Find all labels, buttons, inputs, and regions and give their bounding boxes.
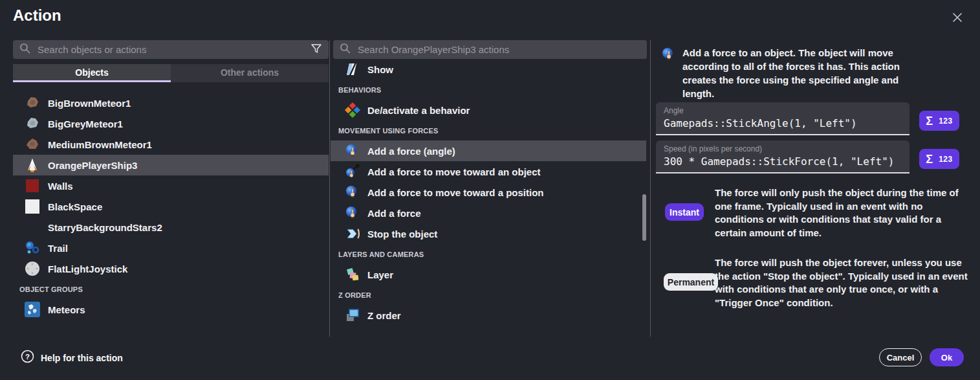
close-icon[interactable] xyxy=(948,8,966,27)
actions-panel: ShowBEHAVIORSDe/activate a behaviorMOVEM… xyxy=(333,40,649,326)
help-icon: ? xyxy=(21,350,34,366)
action-row[interactable]: Z order xyxy=(331,305,646,326)
action-row[interactable]: Show xyxy=(331,59,646,80)
object-row[interactable]: Meteors xyxy=(13,299,329,320)
tab-other-actions[interactable]: Other actions xyxy=(171,64,329,82)
row-label: Add a force to move toward an object xyxy=(367,166,541,177)
object-row[interactable]: Walls xyxy=(13,175,329,196)
white-square-icon xyxy=(25,199,40,214)
action-row[interactable]: Stop the object xyxy=(331,223,646,244)
row-label: Stop the object xyxy=(367,229,437,240)
row-label: MediumBrownMeteor1 xyxy=(48,139,152,150)
category-header: LAYERS AND CAMERAS xyxy=(331,244,646,264)
category-header: OBJECT GROUPS xyxy=(13,279,329,299)
angle-expression-button[interactable]: Σ 123 xyxy=(919,111,959,131)
meteor-grey-icon xyxy=(25,116,40,131)
action-row[interactable]: Add a force to move toward an object xyxy=(331,161,646,182)
category-header: BEHAVIORS xyxy=(331,80,646,100)
layer-icon xyxy=(345,267,360,282)
trail-icon xyxy=(25,240,40,256)
force-icon xyxy=(345,143,360,159)
ship-icon xyxy=(25,157,40,173)
speed-field-value[interactable]: 300 * Gamepads::StickForce(1, "Left") xyxy=(664,155,902,168)
tab-objects[interactable]: Objects xyxy=(13,64,171,82)
speed-field[interactable]: Speed (in pixels per second) 300 * Gamep… xyxy=(656,140,909,173)
help-link[interactable]: ? Help for this action xyxy=(21,350,123,366)
angle-field[interactable]: Angle Gamepads::StickAngle(1, "Left") xyxy=(656,102,909,135)
row-label: Add a force xyxy=(367,208,421,219)
action-row[interactable]: Add a force xyxy=(331,203,646,223)
row-label: De/activate a behavior xyxy=(367,105,470,116)
panel-divider xyxy=(329,40,330,337)
object-tabs: Objects Other actions xyxy=(13,64,329,82)
action-row[interactable]: Add a force to move toward a position xyxy=(331,182,646,203)
ok-button[interactable]: Ok xyxy=(930,348,964,366)
action-detail-panel: Add a force to an object. The object wil… xyxy=(655,40,967,337)
speed-field-label: Speed (in pixels per second) xyxy=(664,144,902,153)
force-icon xyxy=(661,47,677,62)
red-square-icon xyxy=(25,178,40,194)
help-label: Help for this action xyxy=(41,353,123,363)
angle-field-label: Angle xyxy=(664,106,902,115)
force-icon xyxy=(345,184,360,200)
row-label: BigGreyMeteor1 xyxy=(48,118,123,129)
permanent-option-text: The force will push the object forever, … xyxy=(715,256,971,309)
object-row[interactable]: BigGreyMeteor1 xyxy=(13,113,329,134)
row-label: StarryBackgroundStars2 xyxy=(48,222,162,233)
force-icon xyxy=(345,205,360,221)
row-label: Z order xyxy=(367,310,401,321)
show-icon xyxy=(345,61,360,77)
object-row[interactable]: BlackSpace xyxy=(13,196,329,217)
sigma-icon: Σ xyxy=(926,153,933,165)
group-meteors-icon xyxy=(25,302,40,317)
action-row[interactable]: Add a force (angle) xyxy=(331,140,646,161)
force-object-icon xyxy=(345,164,360,179)
permanent-option-button[interactable]: Permanent xyxy=(664,273,718,291)
row-label: Add a force to move toward a position xyxy=(367,187,544,198)
actions-search[interactable] xyxy=(333,40,647,59)
none-icon xyxy=(25,219,40,235)
object-row[interactable]: BigBrownMeteor1 xyxy=(13,93,329,113)
row-label: FlatLightJoystick xyxy=(48,263,127,274)
objects-list: BigBrownMeteor1BigGreyMeteor1MediumBrown… xyxy=(13,93,329,320)
object-row[interactable]: Trail xyxy=(13,238,329,258)
row-label: Meteors xyxy=(48,304,85,315)
row-label: BlackSpace xyxy=(48,201,102,212)
svg-text:?: ? xyxy=(25,353,30,361)
filter-icon[interactable] xyxy=(310,43,322,57)
row-label: OrangePlayerShip3 xyxy=(48,160,137,171)
meteor-brown-icon xyxy=(25,95,40,111)
objects-search[interactable] xyxy=(13,40,329,59)
objects-panel: Objects Other actions BigBrownMeteor1Big… xyxy=(13,40,329,320)
row-label: Trail xyxy=(48,243,68,254)
row-label: Show xyxy=(367,64,393,75)
row-label: Layer xyxy=(367,269,393,280)
object-row[interactable]: MediumBrownMeteor1 xyxy=(13,134,329,155)
cancel-button[interactable]: Cancel xyxy=(879,348,922,366)
object-row[interactable]: StarryBackgroundStars2 xyxy=(13,217,329,238)
search-icon xyxy=(340,43,351,56)
objects-search-input[interactable] xyxy=(36,43,305,56)
zorder-icon xyxy=(345,307,360,323)
action-row[interactable]: De/activate a behavior xyxy=(331,100,646,120)
panel-divider xyxy=(650,40,651,337)
numbers-icon: 123 xyxy=(939,117,953,126)
instant-option-button[interactable]: Instant xyxy=(665,203,704,221)
actions-search-input[interactable] xyxy=(356,43,640,56)
scrollbar-thumb[interactable] xyxy=(642,194,646,241)
page-title: Action xyxy=(13,6,61,25)
behavior-icon xyxy=(345,102,360,118)
action-description: Add a force to an object. The object wil… xyxy=(682,46,910,100)
speed-expression-button[interactable]: Σ 123 xyxy=(919,149,959,169)
meteor-brown2-icon xyxy=(25,137,40,152)
row-label: BigBrownMeteor1 xyxy=(48,98,131,109)
angle-field-value[interactable]: Gamepads::StickAngle(1, "Left") xyxy=(664,117,902,129)
object-row[interactable]: OrangePlayerShip3 xyxy=(13,155,329,175)
stop-icon xyxy=(345,226,360,241)
instant-option-text: The force will only push the object duri… xyxy=(715,186,971,240)
sigma-icon: Σ xyxy=(926,115,933,127)
numbers-icon: 123 xyxy=(939,155,953,164)
action-row[interactable]: Layer xyxy=(331,264,646,285)
object-row[interactable]: FlatLightJoystick xyxy=(13,258,329,279)
search-icon xyxy=(19,43,30,56)
